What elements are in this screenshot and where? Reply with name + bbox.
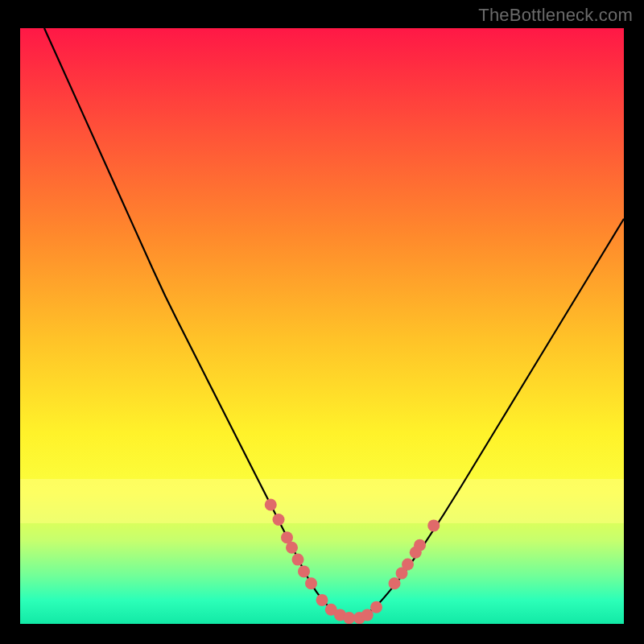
chart-svg [20, 28, 624, 624]
curve-marker [265, 499, 277, 511]
curve-marker [305, 577, 317, 589]
curve-marker [370, 601, 382, 613]
curve-marker [292, 554, 304, 566]
bottleneck-curve [44, 28, 624, 618]
curve-marker [427, 519, 440, 531]
curve-marker [402, 559, 414, 571]
curve-marker [389, 577, 401, 589]
curve-marker [316, 594, 328, 606]
marker-group [265, 499, 440, 625]
curve-marker [298, 565, 310, 577]
watermark-text: TheBottleneck.com [478, 5, 633, 26]
curve-marker [286, 542, 298, 554]
curve-marker [273, 514, 285, 526]
curve-marker [414, 539, 426, 551]
